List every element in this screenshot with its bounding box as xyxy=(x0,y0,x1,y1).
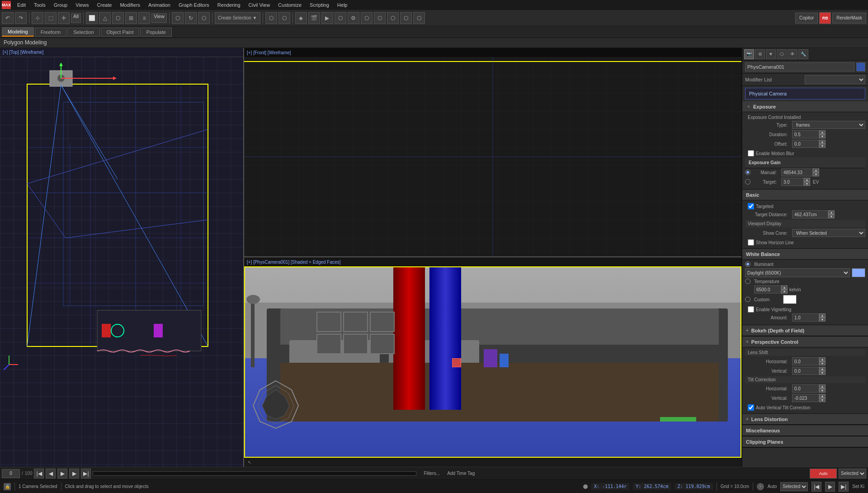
material-editor-btn[interactable]: ◈ xyxy=(295,12,307,24)
amount-input[interactable] xyxy=(792,313,819,322)
menu-group[interactable]: Group xyxy=(50,1,71,9)
add-time-tag-btn[interactable]: Add Time Tag xyxy=(447,471,483,476)
panel-icon-motion[interactable]: ⬡ xyxy=(777,49,787,59)
anim-prev-frame-btn[interactable]: ◀ xyxy=(46,469,56,479)
viewport-bottom-right[interactable]: [+] [PhysCamera001] [Shaded + Edged Face… xyxy=(244,257,741,467)
lock-icon[interactable]: 🔒 xyxy=(4,483,11,490)
temperature-input[interactable] xyxy=(754,285,781,294)
manual-spinners[interactable]: ▲ ▼ xyxy=(813,168,819,176)
camera-name-input[interactable] xyxy=(745,62,854,71)
target-spinners[interactable]: ▲ ▼ xyxy=(804,178,810,186)
tilt-h-up[interactable]: ▲ xyxy=(819,384,826,389)
lens-v-down[interactable]: ▼ xyxy=(819,371,826,375)
manual-down-arrow[interactable]: ▼ xyxy=(813,172,819,176)
panel-icon-display[interactable]: 👁 xyxy=(788,49,797,59)
menu-animation[interactable]: Animation xyxy=(145,1,174,9)
clipping-planes-header[interactable]: Clipping Planes xyxy=(742,436,868,447)
target-dist-spinners[interactable]: ▲ ▼ xyxy=(828,210,835,218)
panel-icon-modify[interactable]: ⚙ xyxy=(755,49,765,59)
wb-color-box[interactable] xyxy=(852,268,865,277)
tilt-vertical-input[interactable] xyxy=(792,394,819,402)
tilt-v-down[interactable]: ▼ xyxy=(819,398,826,402)
rotate-button[interactable]: ↻ xyxy=(185,12,197,24)
render-compare-btn[interactable]: ⬡ xyxy=(374,12,386,24)
custom-radio[interactable] xyxy=(745,297,750,302)
lens-h-down[interactable]: ▼ xyxy=(819,361,826,365)
select-region-button[interactable]: ⬚ xyxy=(45,12,57,24)
select-object-button[interactable]: ⬜ xyxy=(86,12,98,24)
copitor-button[interactable]: Copitor xyxy=(795,13,818,24)
select-filter-dropdown[interactable]: All xyxy=(71,13,81,23)
target-distance-input[interactable] xyxy=(792,210,828,218)
manual-up-arrow[interactable]: ▲ xyxy=(813,168,819,172)
misc-header[interactable]: Miscellaneous xyxy=(742,425,868,436)
lens-h-spinners[interactable]: ▲ ▼ xyxy=(819,357,826,365)
menu-graph-editors[interactable]: Graph Editors xyxy=(175,1,213,9)
temp-spinners[interactable]: ▲ ▼ xyxy=(781,285,788,294)
menu-modifiers[interactable]: Modifiers xyxy=(116,1,144,9)
offset-down-arrow[interactable]: ▼ xyxy=(819,144,826,148)
create-selection-btn[interactable]: Create Selection ▼ xyxy=(215,12,260,24)
menu-create[interactable]: Create xyxy=(93,1,115,9)
menu-rendering[interactable]: Rendering xyxy=(214,1,244,9)
move-button[interactable]: ✛ xyxy=(58,12,70,24)
temp-down[interactable]: ▼ xyxy=(781,289,788,294)
basic-section-header[interactable]: Basic xyxy=(742,190,868,200)
tilt-h-spinners[interactable]: ▲ ▼ xyxy=(819,384,826,393)
lens-vertical-input[interactable] xyxy=(792,367,819,375)
render-scene-btn[interactable]: 🎬 xyxy=(308,12,320,24)
mirror-button[interactable]: ⬡ xyxy=(112,12,124,24)
menu-scripting[interactable]: Scripting xyxy=(306,1,333,9)
target-dist-up[interactable]: ▲ xyxy=(828,210,835,214)
extra-btn1[interactable]: ⬡ xyxy=(400,12,412,24)
panel-icon-camera[interactable]: 📷 xyxy=(744,49,754,59)
viewport-top-right[interactable]: [+] [Front] [Wireframe] xyxy=(244,48,741,257)
tilt-v-up[interactable]: ▲ xyxy=(819,394,826,398)
temp-up[interactable]: ▲ xyxy=(781,285,788,289)
lens-v-spinners[interactable]: ▲ ▼ xyxy=(819,367,826,375)
snap-button[interactable]: △ xyxy=(99,12,111,24)
redo-button[interactable]: ↷ xyxy=(15,12,27,24)
batch-render-btn[interactable]: ⬡ xyxy=(361,12,373,24)
view-dropdown[interactable]: View xyxy=(151,13,167,23)
tilt-h-down[interactable]: ▼ xyxy=(819,389,826,393)
duration-up-arrow[interactable]: ▲ xyxy=(819,130,826,134)
menu-views[interactable]: Views xyxy=(72,1,92,9)
custom-color-box[interactable] xyxy=(783,295,797,304)
menu-edit[interactable]: Edit xyxy=(14,1,29,9)
rendermask-button[interactable]: RenderMask xyxy=(832,13,866,24)
selected-dropdown[interactable]: Selected xyxy=(839,469,866,479)
exposure-section-header[interactable]: + Exposure xyxy=(742,101,868,112)
tilt-v-spinners[interactable]: ▲ ▼ xyxy=(819,394,826,402)
duration-spinners[interactable]: ▲ ▼ xyxy=(819,130,826,138)
menu-civil-view[interactable]: Civil View xyxy=(245,1,274,9)
target-dist-down[interactable]: ▼ xyxy=(828,214,835,218)
menu-tools[interactable]: Tools xyxy=(30,1,49,9)
modifier-list-dropdown[interactable] xyxy=(805,75,865,84)
lens-horizontal-input[interactable] xyxy=(792,357,819,365)
panel-icon-hierarchy[interactable]: ▼ xyxy=(766,49,776,59)
tab-modeling[interactable]: Modeling xyxy=(2,27,34,37)
tab-freeform[interactable]: Freeform xyxy=(35,28,67,37)
amount-up[interactable]: ▲ xyxy=(819,313,826,318)
anim-filters-btn[interactable]: Filters... xyxy=(418,471,445,476)
show-horizon-checkbox[interactable] xyxy=(748,239,754,246)
viewport-top-left-content[interactable] xyxy=(0,57,243,467)
offset-up-arrow[interactable]: ▲ xyxy=(819,140,826,144)
status-prev-btn[interactable]: |◀ xyxy=(811,482,821,492)
tab-selection[interactable]: Selection xyxy=(67,28,99,37)
illuminant-radio[interactable] xyxy=(745,261,750,267)
lens-v-up[interactable]: ▲ xyxy=(819,367,826,371)
daylight-dropdown[interactable]: Daylight (6500K) xyxy=(745,268,850,277)
show-cone-dropdown[interactable]: When Selected xyxy=(792,229,865,237)
target-input[interactable] xyxy=(781,178,804,186)
lens-distortion-header[interactable]: + Lens Distortion xyxy=(742,414,868,425)
enable-vignetting-checkbox[interactable] xyxy=(748,306,754,313)
anim-time-input[interactable] xyxy=(2,469,20,478)
duration-input[interactable] xyxy=(792,130,819,138)
duration-down-arrow[interactable]: ▼ xyxy=(819,134,826,138)
anim-track[interactable] xyxy=(93,471,416,476)
auto-key-btn[interactable]: Auto xyxy=(810,469,837,479)
scale-button[interactable]: ⬠ xyxy=(198,12,210,24)
amount-spinners[interactable]: ▲ ▼ xyxy=(819,313,826,322)
